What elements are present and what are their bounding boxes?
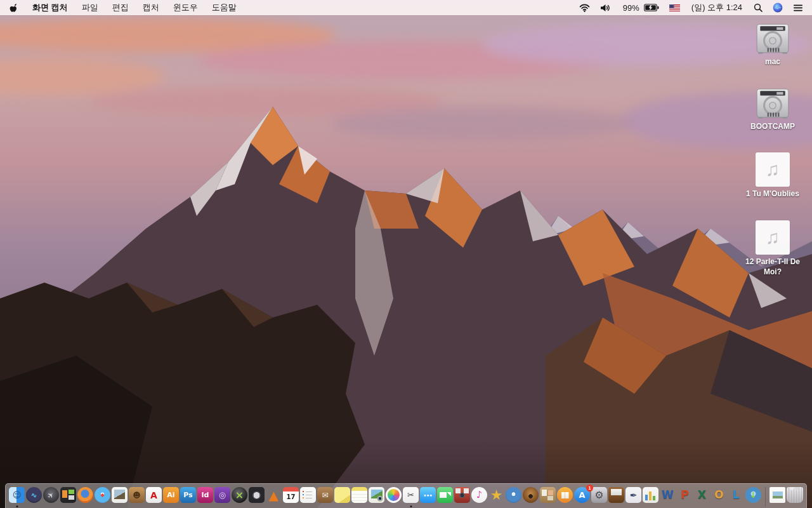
screen-capture-grab-dock-icon[interactable]: ✂ <box>403 487 419 503</box>
app-store-badge: 1 <box>586 485 593 491</box>
pages-dock-icon[interactable]: ✒ <box>625 487 641 503</box>
volume-menu-extra[interactable] <box>595 4 616 12</box>
garageband-dock-icon[interactable] <box>523 487 539 503</box>
finder-dock-icon[interactable]: ☺ <box>9 487 25 503</box>
menu-clock[interactable]: (일) 오후 1:24 <box>685 2 749 13</box>
photoshop-dock-icon[interactable]: Ps <box>180 487 196 503</box>
idvd-dock-icon[interactable] <box>506 487 521 503</box>
word-dock-icon[interactable]: W <box>660 487 676 503</box>
siri-menu-extra[interactable] <box>768 3 788 13</box>
sphere-x-app-dock-icon[interactable]: × <box>232 487 247 503</box>
dock: ☺∿✈◆☻AAiPsId◎×▲17✉✂⋯♪★A1⚙✒WPXOL↓ <box>5 483 807 508</box>
notification-center-menu-extra[interactable] <box>788 4 804 12</box>
vlc-dock-icon[interactable]: ▲ <box>266 487 282 503</box>
apple-logo-icon <box>9 3 18 13</box>
disk-tool-dock-icon[interactable] <box>249 487 265 503</box>
menu-item-file[interactable]: 파일 <box>75 2 105 13</box>
bootcamp-volume[interactable]: BOOTCAMP <box>750 88 795 131</box>
launchpad-dock-icon[interactable]: ✈ <box>43 487 59 503</box>
preview-dock-icon[interactable] <box>112 487 128 503</box>
volume-icon <box>600 4 611 12</box>
siri-icon <box>773 3 783 13</box>
ibooks-dock-icon[interactable] <box>557 487 573 503</box>
battery-menu-extra[interactable]: 99% <box>616 3 664 13</box>
lync-dock-icon[interactable]: L <box>728 487 744 503</box>
stickies-dock-icon[interactable] <box>334 487 350 503</box>
menu-item-capture[interactable]: 캡처 <box>136 2 166 13</box>
hard-drive-icon <box>754 23 791 55</box>
audio-file-1-label: 1 Tu M'Oublies <box>746 189 799 199</box>
menu-left: 화면 캡처 파일편집캡처윈도우도움말 <box>8 2 244 13</box>
excel-dock-icon[interactable]: X <box>694 487 710 503</box>
photo-booth-dock-icon[interactable] <box>454 487 470 503</box>
audio-file-icon: ♫ <box>756 220 790 255</box>
wallpaper-sierra-mountain <box>0 0 812 508</box>
globe-download-app-dock-icon[interactable]: ↓ <box>745 487 761 503</box>
menu-item-window[interactable]: 윈도우 <box>166 2 205 13</box>
imovie-classic-dock-icon[interactable]: ★ <box>488 487 504 503</box>
itunes-dock-icon[interactable]: ♪ <box>471 487 487 503</box>
screenshot-file-dock-icon[interactable] <box>769 487 785 503</box>
toast-dock-icon[interactable]: ◎ <box>214 487 230 503</box>
us-flag-icon <box>669 4 680 11</box>
finder-running-indicator <box>16 505 18 507</box>
powerpoint-dock-icon[interactable]: P <box>677 487 693 503</box>
search-icon <box>754 3 763 12</box>
firefox-dock-icon[interactable] <box>77 487 93 503</box>
battery-charging-icon <box>644 4 659 11</box>
siri-dock-icon[interactable]: ∿ <box>26 487 42 503</box>
messages-dock-icon[interactable]: ⋯ <box>420 487 436 503</box>
audio-file-1[interactable]: ♫1 Tu M'Oublies <box>746 152 799 199</box>
keynote-dock-icon[interactable] <box>608 487 624 503</box>
pinboard-app-dock-icon[interactable] <box>540 487 556 503</box>
audio-file-icon: ♫ <box>756 152 790 187</box>
wifi-icon <box>579 4 590 12</box>
screen-capture-grab-running-indicator <box>410 505 412 507</box>
mac-volume-label: mac <box>765 57 780 67</box>
menu-item-edit[interactable]: 편집 <box>105 2 136 13</box>
bootcamp-volume-label: BOOTCAMP <box>750 121 795 131</box>
hard-drive-icon <box>754 88 791 119</box>
mac-volume[interactable]: mac <box>754 23 791 67</box>
acrobat-reader-dock-icon[interactable]: A <box>146 487 162 503</box>
spotlight-menu-extra[interactable] <box>749 3 768 12</box>
menu-status-area: 99% (일) 오후 1:24 <box>574 2 804 13</box>
audio-file-2[interactable]: ♫12 Parle-T-Il De Moi? <box>737 220 809 277</box>
battery-percent: 99% <box>621 3 641 13</box>
outlook-dock-icon[interactable]: O <box>711 487 727 503</box>
notes-dock-icon[interactable] <box>351 487 367 503</box>
audio-file-2-label: 12 Parle-T-Il De Moi? <box>737 257 809 277</box>
illustrator-dock-icon[interactable]: Ai <box>163 487 179 503</box>
menu-items: 파일편집캡처윈도우도움말 <box>75 2 244 13</box>
numbers-dock-icon[interactable] <box>643 487 658 503</box>
indesign-dock-icon[interactable]: Id <box>197 487 213 503</box>
photos-dock-icon[interactable] <box>386 487 402 503</box>
contacts-dock-icon[interactable]: ☻ <box>129 487 145 503</box>
menu-bar: 화면 캡처 파일편집캡처윈도우도움말 99% <box>0 0 812 15</box>
calendar-dock-icon[interactable]: 17 <box>283 487 299 503</box>
wifi-menu-extra[interactable] <box>574 4 595 12</box>
apple-menu[interactable] <box>8 3 25 13</box>
archive-box-app-dock-icon[interactable]: ✉ <box>317 487 333 503</box>
dock-divider <box>765 487 766 507</box>
menu-item-help[interactable]: 도움말 <box>205 2 244 13</box>
desktop-icons: macBOOTCAMP♫1 Tu M'Oublies♫12 Parle-T-Il… <box>735 23 811 298</box>
iphoto-dock-icon[interactable] <box>369 487 384 503</box>
notification-list-icon <box>793 4 803 12</box>
system-preferences-dock-icon[interactable]: ⚙ <box>591 487 607 503</box>
safari-dock-icon[interactable]: ◆ <box>95 487 110 503</box>
input-source-menu-extra[interactable] <box>664 4 685 11</box>
app-store-dock-icon[interactable]: A1 <box>574 487 590 503</box>
reminders-dock-icon[interactable] <box>300 487 316 503</box>
facetime-dock-icon[interactable] <box>437 487 453 503</box>
mission-control-dock-icon[interactable] <box>60 487 76 503</box>
trash-dock-icon[interactable] <box>787 487 803 503</box>
menu-app-name[interactable]: 화면 캡처 <box>25 2 75 13</box>
